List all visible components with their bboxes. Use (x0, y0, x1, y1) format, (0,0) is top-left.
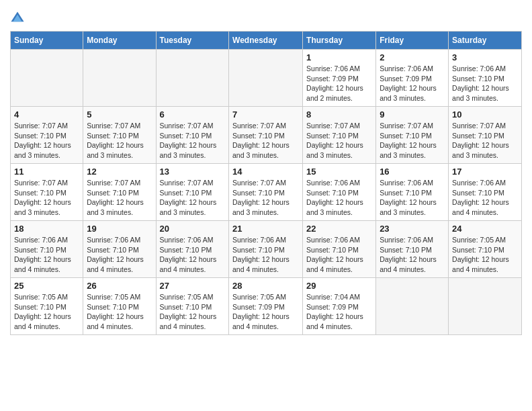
day-number: 25 (14, 281, 79, 291)
calendar-cell: 14Sunrise: 7:07 AM Sunset: 7:10 PM Dayli… (229, 164, 303, 221)
day-info: Sunrise: 7:06 AM Sunset: 7:10 PM Dayligh… (380, 235, 445, 275)
week-row-2: 4Sunrise: 7:07 AM Sunset: 7:10 PM Daylig… (11, 107, 522, 164)
day-number: 19 (87, 224, 152, 234)
calendar-cell: 12Sunrise: 7:07 AM Sunset: 7:10 PM Dayli… (83, 164, 156, 221)
day-header-friday: Friday (376, 32, 449, 50)
day-info: Sunrise: 7:06 AM Sunset: 7:10 PM Dayligh… (306, 235, 372, 275)
calendar-cell: 6Sunrise: 7:07 AM Sunset: 7:10 PM Daylig… (156, 107, 229, 164)
calendar-cell: 4Sunrise: 7:07 AM Sunset: 7:10 PM Daylig… (11, 107, 83, 164)
day-info: Sunrise: 7:06 AM Sunset: 7:10 PM Dayligh… (232, 235, 299, 275)
day-info: Sunrise: 7:04 AM Sunset: 7:09 PM Dayligh… (306, 292, 372, 332)
calendar-cell: 10Sunrise: 7:07 AM Sunset: 7:10 PM Dayli… (449, 107, 522, 164)
day-number: 3 (452, 52, 518, 62)
week-row-1: 1Sunrise: 7:06 AM Sunset: 7:09 PM Daylig… (11, 50, 522, 107)
day-number: 13 (160, 167, 226, 177)
page-header (10, 7, 522, 26)
calendar: SundayMondayTuesdayWednesdayThursdayFrid… (10, 31, 522, 335)
week-row-4: 18Sunrise: 7:06 AM Sunset: 7:10 PM Dayli… (11, 221, 522, 278)
calendar-cell: 26Sunrise: 7:05 AM Sunset: 7:10 PM Dayli… (83, 278, 156, 335)
day-number: 17 (452, 167, 518, 177)
day-header-sunday: Sunday (11, 32, 83, 50)
day-number: 6 (160, 109, 226, 120)
day-number: 12 (87, 167, 152, 177)
calendar-cell: 27Sunrise: 7:05 AM Sunset: 7:10 PM Dayli… (156, 278, 229, 335)
week-row-5: 25Sunrise: 7:05 AM Sunset: 7:10 PM Dayli… (11, 278, 522, 335)
calendar-cell (376, 278, 449, 335)
calendar-cell: 7Sunrise: 7:07 AM Sunset: 7:10 PM Daylig… (229, 107, 303, 164)
day-info: Sunrise: 7:05 AM Sunset: 7:10 PM Dayligh… (14, 292, 79, 332)
day-number: 11 (14, 167, 79, 177)
day-number: 5 (87, 109, 152, 120)
logo-icon (10, 11, 25, 26)
day-number: 8 (306, 109, 372, 120)
calendar-cell: 21Sunrise: 7:06 AM Sunset: 7:10 PM Dayli… (229, 221, 303, 278)
day-number: 1 (306, 52, 372, 62)
calendar-cell: 1Sunrise: 7:06 AM Sunset: 7:09 PM Daylig… (303, 50, 376, 107)
day-number: 27 (160, 281, 226, 291)
day-info: Sunrise: 7:07 AM Sunset: 7:10 PM Dayligh… (87, 121, 152, 161)
day-header-saturday: Saturday (449, 32, 522, 50)
day-info: Sunrise: 7:06 AM Sunset: 7:10 PM Dayligh… (452, 64, 518, 103)
day-info: Sunrise: 7:07 AM Sunset: 7:10 PM Dayligh… (306, 121, 372, 161)
day-number: 16 (380, 167, 445, 177)
day-info: Sunrise: 7:06 AM Sunset: 7:10 PM Dayligh… (452, 178, 518, 218)
calendar-cell: 29Sunrise: 7:04 AM Sunset: 7:09 PM Dayli… (303, 278, 376, 335)
calendar-cell (449, 278, 522, 335)
day-header-thursday: Thursday (303, 32, 376, 50)
day-info: Sunrise: 7:06 AM Sunset: 7:10 PM Dayligh… (160, 235, 226, 275)
day-info: Sunrise: 7:05 AM Sunset: 7:10 PM Dayligh… (452, 235, 518, 275)
calendar-cell: 11Sunrise: 7:07 AM Sunset: 7:10 PM Dayli… (11, 164, 83, 221)
day-info: Sunrise: 7:06 AM Sunset: 7:09 PM Dayligh… (306, 64, 372, 103)
day-number: 29 (306, 281, 372, 291)
day-info: Sunrise: 7:05 AM Sunset: 7:10 PM Dayligh… (87, 292, 152, 332)
day-info: Sunrise: 7:06 AM Sunset: 7:10 PM Dayligh… (14, 235, 79, 275)
day-number: 20 (160, 224, 226, 234)
day-info: Sunrise: 7:07 AM Sunset: 7:10 PM Dayligh… (160, 121, 226, 161)
day-number: 14 (232, 167, 299, 177)
day-info: Sunrise: 7:07 AM Sunset: 7:10 PM Dayligh… (232, 178, 299, 218)
day-number: 10 (452, 109, 518, 120)
day-info: Sunrise: 7:06 AM Sunset: 7:10 PM Dayligh… (87, 235, 152, 275)
day-number: 28 (232, 281, 299, 291)
calendar-cell: 13Sunrise: 7:07 AM Sunset: 7:10 PM Dayli… (156, 164, 229, 221)
day-info: Sunrise: 7:06 AM Sunset: 7:10 PM Dayligh… (380, 178, 445, 218)
calendar-header-row: SundayMondayTuesdayWednesdayThursdayFrid… (11, 32, 522, 50)
day-info: Sunrise: 7:07 AM Sunset: 7:10 PM Dayligh… (160, 178, 226, 218)
calendar-cell: 22Sunrise: 7:06 AM Sunset: 7:10 PM Dayli… (303, 221, 376, 278)
calendar-cell: 15Sunrise: 7:06 AM Sunset: 7:10 PM Dayli… (303, 164, 376, 221)
calendar-cell: 16Sunrise: 7:06 AM Sunset: 7:10 PM Dayli… (376, 164, 449, 221)
day-info: Sunrise: 7:07 AM Sunset: 7:10 PM Dayligh… (380, 121, 445, 161)
day-info: Sunrise: 7:06 AM Sunset: 7:09 PM Dayligh… (380, 64, 445, 103)
calendar-cell: 18Sunrise: 7:06 AM Sunset: 7:10 PM Dayli… (11, 221, 83, 278)
calendar-cell: 20Sunrise: 7:06 AM Sunset: 7:10 PM Dayli… (156, 221, 229, 278)
day-number: 21 (232, 224, 299, 234)
day-info: Sunrise: 7:05 AM Sunset: 7:10 PM Dayligh… (160, 292, 226, 332)
day-info: Sunrise: 7:07 AM Sunset: 7:10 PM Dayligh… (14, 121, 79, 161)
day-header-monday: Monday (83, 32, 156, 50)
calendar-cell (156, 50, 229, 107)
day-number: 4 (14, 109, 79, 120)
day-info: Sunrise: 7:07 AM Sunset: 7:10 PM Dayligh… (232, 121, 299, 161)
calendar-cell: 25Sunrise: 7:05 AM Sunset: 7:10 PM Dayli… (11, 278, 83, 335)
day-number: 18 (14, 224, 79, 234)
day-info: Sunrise: 7:07 AM Sunset: 7:10 PM Dayligh… (14, 178, 79, 218)
day-info: Sunrise: 7:05 AM Sunset: 7:09 PM Dayligh… (232, 292, 299, 332)
logo (10, 11, 28, 26)
calendar-cell: 9Sunrise: 7:07 AM Sunset: 7:10 PM Daylig… (376, 107, 449, 164)
day-number: 22 (306, 224, 372, 234)
day-number: 24 (452, 224, 518, 234)
calendar-cell: 24Sunrise: 7:05 AM Sunset: 7:10 PM Dayli… (449, 221, 522, 278)
calendar-cell: 2Sunrise: 7:06 AM Sunset: 7:09 PM Daylig… (376, 50, 449, 107)
day-number: 9 (380, 109, 445, 120)
day-number: 26 (87, 281, 152, 291)
calendar-cell: 19Sunrise: 7:06 AM Sunset: 7:10 PM Dayli… (83, 221, 156, 278)
day-number: 15 (306, 167, 372, 177)
day-info: Sunrise: 7:06 AM Sunset: 7:10 PM Dayligh… (306, 178, 372, 218)
day-info: Sunrise: 7:07 AM Sunset: 7:10 PM Dayligh… (87, 178, 152, 218)
calendar-cell: 8Sunrise: 7:07 AM Sunset: 7:10 PM Daylig… (303, 107, 376, 164)
calendar-cell: 17Sunrise: 7:06 AM Sunset: 7:10 PM Dayli… (449, 164, 522, 221)
calendar-cell: 23Sunrise: 7:06 AM Sunset: 7:10 PM Dayli… (376, 221, 449, 278)
day-header-wednesday: Wednesday (229, 32, 303, 50)
calendar-cell (83, 50, 156, 107)
day-info: Sunrise: 7:07 AM Sunset: 7:10 PM Dayligh… (452, 121, 518, 161)
